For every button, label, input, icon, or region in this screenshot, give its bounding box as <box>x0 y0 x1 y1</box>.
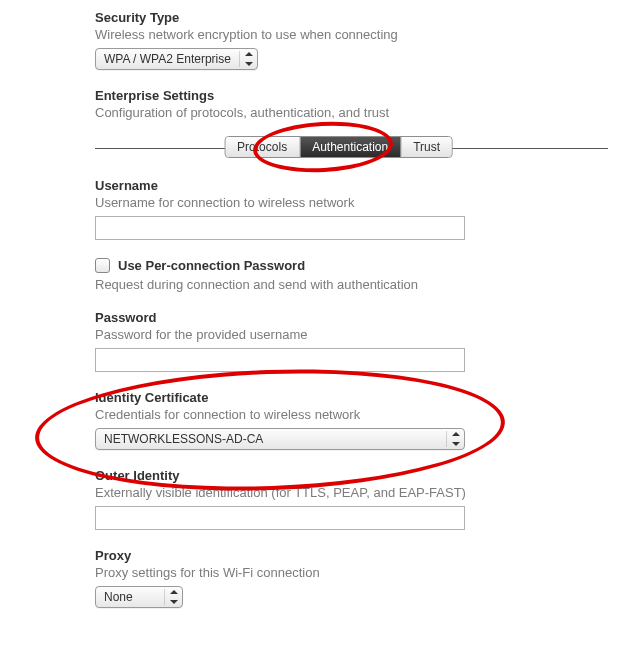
tab-authentication[interactable]: Authentication <box>300 137 401 157</box>
password-desc: Password for the provided username <box>95 327 628 342</box>
proxy-section: Proxy Proxy settings for this Wi-Fi conn… <box>95 548 628 608</box>
identity-cert-dropdown[interactable]: NETWORKLESSONS-AD-CA <box>95 428 465 450</box>
username-section: Username Username for connection to wire… <box>95 178 628 240</box>
updown-icon <box>164 589 178 605</box>
username-title: Username <box>95 178 628 193</box>
updown-icon <box>239 51 253 67</box>
enterprise-tabs: Protocols Authentication Trust <box>224 136 453 158</box>
identity-cert-value: NETWORKLESSONS-AD-CA <box>104 432 263 446</box>
per-connection-section: Use Per-connection Password Request duri… <box>95 258 628 292</box>
security-type-desc: Wireless network encryption to use when … <box>95 27 628 42</box>
tab-trust[interactable]: Trust <box>401 137 452 157</box>
per-connection-desc: Request during connection and send with … <box>95 277 628 292</box>
security-type-section: Security Type Wireless network encryptio… <box>95 10 628 70</box>
identity-cert-desc: Credentials for connection to wireless n… <box>95 407 628 422</box>
updown-icon <box>446 431 460 447</box>
identity-cert-title: Identity Certificate <box>95 390 628 405</box>
enterprise-title: Enterprise Settings <box>95 88 628 103</box>
proxy-value: None <box>104 590 133 604</box>
outer-identity-input[interactable] <box>95 506 465 530</box>
outer-identity-desc: Externally visible identification (for T… <box>95 485 628 500</box>
enterprise-tabs-row: Protocols Authentication Trust <box>95 136 628 160</box>
proxy-title: Proxy <box>95 548 628 563</box>
username-input[interactable] <box>95 216 465 240</box>
enterprise-desc: Configuration of protocols, authenticati… <box>95 105 628 120</box>
proxy-dropdown[interactable]: None <box>95 586 183 608</box>
password-section: Password Password for the provided usern… <box>95 310 628 372</box>
password-title: Password <box>95 310 628 325</box>
security-type-value: WPA / WPA2 Enterprise <box>104 52 231 66</box>
identity-cert-section: Identity Certificate Credentials for con… <box>95 390 628 450</box>
tab-protocols[interactable]: Protocols <box>225 137 300 157</box>
per-connection-row: Use Per-connection Password <box>95 258 628 273</box>
username-desc: Username for connection to wireless netw… <box>95 195 628 210</box>
security-type-dropdown[interactable]: WPA / WPA2 Enterprise <box>95 48 258 70</box>
per-connection-label: Use Per-connection Password <box>118 258 305 273</box>
per-connection-checkbox[interactable] <box>95 258 110 273</box>
security-type-title: Security Type <box>95 10 628 25</box>
outer-identity-title: Outer Identity <box>95 468 628 483</box>
outer-identity-section: Outer Identity Externally visible identi… <box>95 468 628 530</box>
password-input[interactable] <box>95 348 465 372</box>
proxy-desc: Proxy settings for this Wi-Fi connection <box>95 565 628 580</box>
enterprise-section: Enterprise Settings Configuration of pro… <box>95 88 628 160</box>
